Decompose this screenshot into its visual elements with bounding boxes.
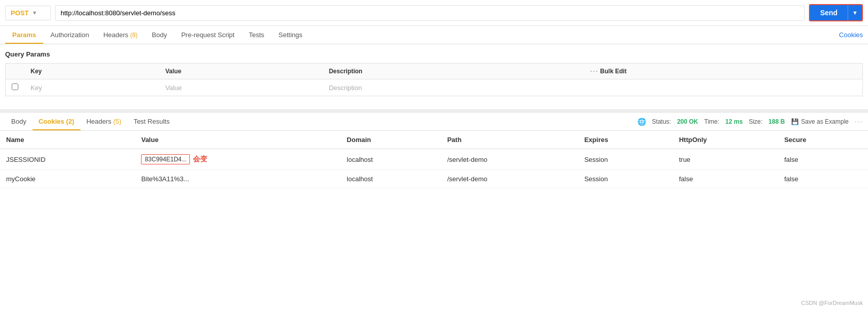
cookies-content: Name Value Domain Path Expires HttpOnly …: [0, 131, 868, 188]
row-checkbox[interactable]: [6, 79, 25, 96]
tab-body[interactable]: Body: [145, 26, 174, 44]
cookie1-value: 83C994E1D4... 会变: [135, 149, 341, 170]
table-row: Key Value Description: [6, 79, 863, 96]
tab-params[interactable]: Params: [5, 26, 43, 44]
value-col-header: Value: [159, 64, 323, 79]
params-table: Key Value Description ··· Bulk Edit Key …: [5, 63, 863, 96]
tab-test-results[interactable]: Test Results: [127, 112, 176, 130]
row-description[interactable]: Description: [323, 79, 584, 96]
response-meta: 🌐 Status: 200 OK Time: 12 ms Size: 188 B…: [637, 118, 863, 126]
cookie1-value-wrapper: 83C994E1D4... 会变: [141, 154, 334, 164]
save-as-example-button[interactable]: 💾 Save as Example: [791, 118, 849, 125]
cookie1-value-box: 83C994E1D4...: [141, 154, 190, 164]
tab-headers[interactable]: Headers (8): [96, 26, 145, 44]
method-selector[interactable]: POST ▼: [5, 6, 51, 20]
cookie2-name: myCookie: [0, 170, 135, 188]
url-bar: POST ▼ Send ▼: [0, 0, 868, 26]
col-path: Path: [441, 131, 578, 149]
tab-authorization[interactable]: Authorization: [43, 26, 96, 44]
row-value[interactable]: Value: [159, 79, 323, 96]
cookies-link[interactable]: Cookies: [839, 31, 863, 39]
cookie1-path: /servlet-demo: [441, 149, 578, 170]
url-input[interactable]: [55, 5, 805, 21]
send-button[interactable]: Send: [810, 5, 848, 20]
method-chevron: ▼: [32, 10, 37, 16]
method-label: POST: [11, 9, 29, 17]
top-tabs: Params Authorization Headers (8) Body Pr…: [0, 26, 868, 44]
cookies-count-badge: (2): [66, 118, 74, 125]
cookie-row-1: JSESSIONID 83C994E1D4... 会变 localhost /s…: [0, 149, 868, 170]
desc-col-header: Description: [323, 64, 584, 79]
size-value: 188 B: [769, 118, 785, 125]
query-params-section: Query Params Key Value Description ··· B…: [0, 44, 868, 99]
col-expires: Expires: [578, 131, 673, 149]
time-value: 12 ms: [725, 118, 743, 125]
cookie2-httponly: false: [673, 170, 778, 188]
col-value: Value: [135, 131, 341, 149]
cookie2-value: Bite%3A11%3...: [135, 170, 341, 188]
cookie1-httponly: true: [673, 149, 778, 170]
key-col-header: Key: [24, 64, 159, 79]
response-headers-badge: (5): [114, 118, 122, 125]
query-params-title: Query Params: [5, 50, 863, 58]
bulk-edit-dots: ···: [590, 68, 598, 75]
row-actions: [584, 79, 862, 96]
save-label: Save as Example: [801, 118, 849, 125]
tab-settings[interactable]: Settings: [271, 26, 310, 44]
tab-response-body[interactable]: Body: [5, 112, 33, 130]
status-value: 200 OK: [677, 118, 698, 125]
col-name: Name: [0, 131, 135, 149]
time-label: Time:: [704, 118, 719, 125]
tab-cookies[interactable]: Cookies (2): [33, 112, 80, 130]
cookie2-path: /servlet-demo: [441, 170, 578, 188]
checkbox-col-header: [6, 64, 25, 79]
cookie2-secure: false: [778, 170, 868, 188]
cookie1-name: JSESSIONID: [0, 149, 135, 170]
save-icon: 💾: [791, 118, 799, 125]
cookie1-chinese-annotation: 会变: [193, 155, 207, 164]
cookie2-expires: Session: [578, 170, 673, 188]
cookie2-domain: localhost: [341, 170, 441, 188]
cookie-row-2: myCookie Bite%3A11%3... localhost /servl…: [0, 170, 868, 188]
tab-response-headers[interactable]: Headers (5): [80, 112, 128, 130]
cookie1-secure: false: [778, 149, 868, 170]
tab-prerequest[interactable]: Pre-request Script: [174, 26, 242, 44]
tab-tests[interactable]: Tests: [242, 26, 271, 44]
status-label: Status:: [652, 118, 671, 125]
send-dropdown-button[interactable]: ▼: [848, 5, 862, 20]
globe-icon: 🌐: [637, 118, 646, 126]
bottom-tabs: Body Cookies (2) Headers (5) Test Result…: [0, 112, 868, 131]
bulk-edit-col-header: ··· Bulk Edit: [584, 64, 862, 79]
cookie1-expires: Session: [578, 149, 673, 170]
cookie1-domain: localhost: [341, 149, 441, 170]
size-label: Size:: [749, 118, 763, 125]
send-btn-group: Send ▼: [809, 4, 863, 21]
row-key[interactable]: Key: [24, 79, 159, 96]
cookies-table: Name Value Domain Path Expires HttpOnly …: [0, 131, 868, 188]
col-secure: Secure: [778, 131, 868, 149]
col-domain: Domain: [341, 131, 441, 149]
more-options-icon[interactable]: ···: [855, 118, 863, 125]
headers-badge: (8): [130, 32, 138, 39]
col-httponly: HttpOnly: [673, 131, 778, 149]
